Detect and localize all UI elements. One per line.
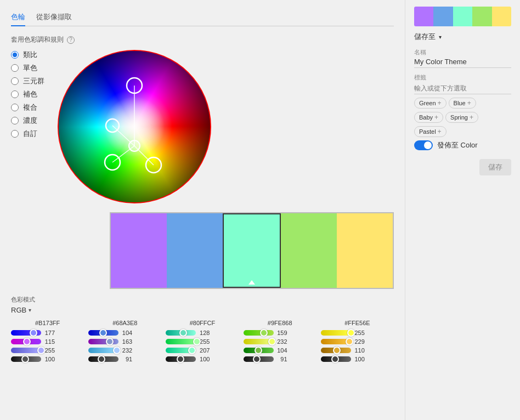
hex-label-2: #80FFCF bbox=[166, 320, 239, 326]
harmony-option-monochrome[interactable]: 單色 bbox=[11, 63, 44, 73]
slider-1-1[interactable] bbox=[88, 339, 118, 344]
harmony-option-custom[interactable]: 自訂 bbox=[11, 129, 44, 139]
swatch-2[interactable] bbox=[223, 213, 281, 288]
slider-row-2-2: 207 bbox=[166, 347, 239, 354]
slider-row-4-0: 255 bbox=[321, 330, 394, 336]
slider-4-3[interactable] bbox=[321, 356, 351, 362]
slider-3-0[interactable] bbox=[244, 330, 274, 336]
swatch-4[interactable] bbox=[337, 213, 393, 288]
color-wheel-canvas[interactable] bbox=[58, 50, 211, 203]
slider-3-1[interactable] bbox=[244, 339, 274, 344]
slider-row-1-3: 91 bbox=[88, 356, 161, 362]
slider-2-2[interactable] bbox=[166, 348, 196, 353]
name-field-label: 名稱 bbox=[414, 48, 511, 56]
slider-thumb-4-2 bbox=[333, 347, 341, 354]
swatch-3[interactable] bbox=[281, 213, 337, 288]
harmony-option-triad[interactable]: 三元群 bbox=[11, 76, 44, 86]
slider-0-2[interactable] bbox=[11, 348, 41, 353]
slider-value-2-0: 128 bbox=[197, 330, 210, 336]
slider-value-3-3: 91 bbox=[275, 356, 287, 362]
tabs: 色輪 從影像擷取 bbox=[11, 9, 394, 26]
swatches-container bbox=[110, 212, 394, 289]
tab-color-wheel[interactable]: 色輪 bbox=[11, 9, 25, 26]
color-mode-section: 色彩模式 RGB ▾ bbox=[11, 296, 394, 314]
slider-0-3[interactable] bbox=[11, 356, 41, 362]
slider-0-0[interactable] bbox=[11, 330, 41, 336]
tag-green[interactable]: Green + bbox=[414, 98, 446, 109]
slider-thumb-3-3 bbox=[253, 355, 261, 363]
tags-row-3: Pastel + bbox=[414, 126, 511, 137]
slider-row-4-2: 110 bbox=[321, 347, 394, 354]
slider-thumb-3-1 bbox=[268, 338, 276, 345]
slider-value-1-1: 163 bbox=[120, 338, 132, 345]
slider-3-3[interactable] bbox=[244, 356, 274, 362]
slider-row-3-3: 91 bbox=[244, 356, 316, 362]
tags-input[interactable] bbox=[414, 84, 511, 94]
save-button[interactable]: 儲存 bbox=[479, 159, 511, 175]
slider-track-2-1 bbox=[166, 339, 196, 344]
tags-row-1: Green + Blue + bbox=[414, 98, 511, 109]
slider-thumb-2-3 bbox=[177, 355, 184, 363]
slider-value-4-2: 110 bbox=[353, 347, 365, 354]
slider-track-4-0 bbox=[321, 330, 351, 336]
color-wheel[interactable] bbox=[58, 50, 211, 203]
slider-value-4-3: 100 bbox=[353, 356, 365, 362]
tab-from-image[interactable]: 從影像擷取 bbox=[36, 9, 72, 26]
color-wheel-area[interactable] bbox=[58, 50, 211, 203]
save-dropdown[interactable]: 儲存至 ▾ bbox=[414, 32, 511, 42]
slider-col-2: #80FFCF 128 255 bbox=[166, 320, 239, 362]
slider-3-2[interactable] bbox=[244, 348, 274, 353]
hex-label-0: #B173FF bbox=[11, 320, 84, 326]
slider-4-2[interactable] bbox=[321, 348, 351, 353]
slider-track-0-2 bbox=[11, 348, 41, 353]
tags-row-2: Baby + Spring + bbox=[414, 112, 511, 123]
chevron-down-icon: ▾ bbox=[439, 34, 442, 40]
swatch-0[interactable] bbox=[111, 213, 167, 288]
slider-1-2[interactable] bbox=[88, 348, 118, 353]
slider-thumb-2-1 bbox=[193, 338, 201, 345]
name-field-value[interactable]: My Color Theme bbox=[414, 58, 511, 68]
palette-preview-swatch-2 bbox=[453, 7, 472, 26]
slider-4-1[interactable] bbox=[321, 339, 351, 344]
slider-1-0[interactable] bbox=[88, 330, 118, 336]
slider-thumb-1-2 bbox=[113, 347, 121, 354]
palette-preview bbox=[414, 7, 511, 26]
hex-label-3: #9FE868 bbox=[244, 320, 316, 326]
swatch-1[interactable] bbox=[167, 213, 223, 288]
slider-1-3[interactable] bbox=[88, 356, 118, 362]
palette-preview-swatch-3 bbox=[472, 7, 491, 26]
right-panel: 儲存至 ▾ 名稱 My Color Theme 標籤 Green + Blue … bbox=[405, 0, 520, 420]
slider-thumb-2-2 bbox=[188, 347, 196, 354]
info-icon[interactable]: ? bbox=[67, 36, 75, 44]
publish-label: 發佈至 Color bbox=[437, 140, 478, 150]
slider-0-1[interactable] bbox=[11, 339, 41, 344]
harmony-option-analogy[interactable]: 類比 bbox=[11, 50, 44, 60]
slider-value-1-2: 232 bbox=[120, 347, 132, 354]
slider-2-0[interactable] bbox=[166, 330, 196, 336]
tag-spring[interactable]: Spring + bbox=[445, 112, 478, 123]
slider-row-2-1: 255 bbox=[166, 338, 239, 345]
slider-4-0[interactable] bbox=[321, 330, 351, 336]
slider-row-1-0: 104 bbox=[88, 330, 161, 336]
harmony-option-compound[interactable]: 複合 bbox=[11, 103, 44, 112]
tag-pastel[interactable]: Pastel + bbox=[414, 126, 446, 137]
slider-2-3[interactable] bbox=[166, 356, 196, 362]
slider-value-2-3: 100 bbox=[197, 356, 210, 362]
tag-pastel-plus: + bbox=[438, 128, 442, 135]
slider-col-0: #B173FF 177 115 bbox=[11, 320, 84, 362]
slider-row-0-2: 255 bbox=[11, 347, 84, 354]
tag-green-plus: + bbox=[438, 99, 442, 107]
slider-2-1[interactable] bbox=[166, 339, 196, 344]
slider-row-2-0: 128 bbox=[166, 330, 239, 336]
harmony-option-density[interactable]: 濃度 bbox=[11, 116, 44, 126]
slider-thumb-3-0 bbox=[260, 329, 268, 337]
tag-baby[interactable]: Baby + bbox=[414, 112, 443, 123]
slider-value-1-0: 104 bbox=[120, 330, 132, 336]
hex-label-1: #68A3E8 bbox=[88, 320, 161, 326]
publish-toggle[interactable] bbox=[414, 140, 433, 150]
color-mode-select[interactable]: RGB ▾ bbox=[11, 306, 394, 314]
slider-thumb-1-0 bbox=[99, 329, 107, 337]
harmony-option-complement[interactable]: 補色 bbox=[11, 89, 44, 99]
tag-blue[interactable]: Blue + bbox=[449, 98, 476, 109]
slider-row-0-1: 115 bbox=[11, 338, 84, 345]
